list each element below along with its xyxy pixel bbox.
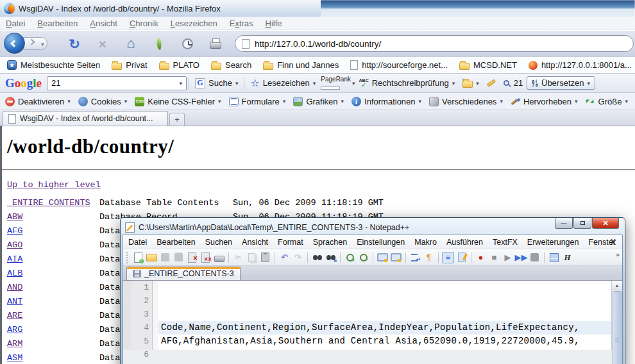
sync-scroll-h-icon[interactable] xyxy=(390,252,402,263)
close-all-icon[interactable] xyxy=(199,252,212,263)
notepadpp-menu-item[interactable]: TextFX xyxy=(493,238,518,247)
reload-button[interactable]: ↻ xyxy=(67,36,82,51)
save-all-icon[interactable] xyxy=(173,252,185,263)
indent-guide-icon[interactable]: ≡ xyxy=(442,252,454,263)
autofill-button[interactable]: ↑ ▾ xyxy=(459,78,483,89)
bookmark-item[interactable]: ★ Meistbesuchte Seiten xyxy=(4,59,103,71)
entry-link[interactable]: ABW xyxy=(7,210,99,224)
entry-link[interactable]: ARM xyxy=(7,337,99,351)
sync-scroll-v-icon[interactable] xyxy=(377,252,389,263)
devtoolbar-item[interactable]: Grafiken ▾ xyxy=(291,95,346,108)
textfx-h-icon[interactable]: H xyxy=(561,252,573,263)
firefox-menu-item[interactable]: Chronik xyxy=(130,19,158,28)
bookmark-item[interactable]: Privat xyxy=(108,59,150,71)
notepadpp-menu-item[interactable]: Sprachen xyxy=(313,238,348,247)
notepadpp-tab[interactable]: _ENTIRE_CONTENTS-3 xyxy=(126,267,241,280)
notepadpp-menu-item[interactable]: Einstellungen xyxy=(357,238,405,247)
entry-link[interactable]: AFG xyxy=(7,224,99,238)
spellcheck-button[interactable]: ABC✓ Rechtschreibprüfung ▾ xyxy=(355,77,459,90)
entry-link[interactable]: ALB xyxy=(7,267,99,281)
macro-record-icon[interactable]: ● xyxy=(475,252,487,263)
editor-text-area[interactable]: Code,Name,Continent,Region,SurfaceArea,I… xyxy=(158,281,611,350)
firefox-menu-item[interactable]: Lesezeichen xyxy=(171,19,217,28)
entry-link[interactable]: ARG xyxy=(7,323,99,337)
redo-icon[interactable]: ↷ xyxy=(292,252,304,263)
zoom-in-icon[interactable] xyxy=(344,252,356,263)
firefox-menu-item[interactable]: Hilfe xyxy=(266,19,282,28)
entry-link[interactable]: AND xyxy=(7,281,99,295)
notepadpp-menu-item[interactable]: Ausführen xyxy=(446,238,483,247)
highlighter-button[interactable] xyxy=(483,80,500,86)
notepadpp-editor[interactable]: 123456 Code,Name,Continent,Region,Surfac… xyxy=(123,281,622,350)
editor-line[interactable]: NLD,Netherlands,Europe,Western Europe,41… xyxy=(158,348,611,350)
close-button[interactable]: ✕ xyxy=(592,218,619,229)
firefox-menu-item[interactable]: Ansicht xyxy=(90,19,117,28)
entry-link[interactable]: AIA xyxy=(7,252,99,267)
history-dropdown-caret[interactable]: ▾ xyxy=(41,41,44,47)
notepadpp-menu-item[interactable]: Datei xyxy=(128,238,147,247)
editor-line[interactable]: AFG,Afghanistan,Asia,Southern and Centra… xyxy=(158,335,611,348)
bookmark-item[interactable]: http://sourceforge.net... xyxy=(347,59,451,71)
scroll-up-button[interactable]: ▲ xyxy=(612,281,622,290)
new-file-icon[interactable] xyxy=(132,252,144,263)
save-file-icon[interactable] xyxy=(159,252,171,263)
history-button[interactable] xyxy=(180,36,195,51)
entry-link[interactable]: ANT xyxy=(7,295,99,309)
zoom-out-icon[interactable] xyxy=(357,252,369,263)
sage-feed-button[interactable] xyxy=(151,36,167,51)
function-list-icon[interactable] xyxy=(455,252,468,263)
notepadpp-menu-close[interactable]: X xyxy=(611,238,616,247)
cut-icon[interactable]: ✂ xyxy=(232,252,244,263)
copy-icon[interactable] xyxy=(246,252,258,263)
macro-save-icon[interactable] xyxy=(529,252,541,263)
firefox-menu-item[interactable]: Extras xyxy=(230,19,253,28)
notepadpp-menu-item[interactable]: Format xyxy=(278,238,303,247)
devtoolbar-item[interactable]: CSS Keine CSS-Fehler ▾ xyxy=(132,95,223,108)
translate-button[interactable]: aí 7ä Übersetzen ▾ xyxy=(527,76,595,90)
paste-icon[interactable] xyxy=(259,252,271,263)
notepadpp-menu-item[interactable]: Makro xyxy=(414,238,437,247)
bookmark-item[interactable]: http://127.0.0.1:8001/a... xyxy=(525,59,635,71)
bookmark-item[interactable]: Search xyxy=(208,59,255,71)
vertical-scrollbar[interactable]: ▲ xyxy=(611,281,622,350)
google-search-value[interactable]: 21 xyxy=(51,78,60,88)
minimize-button[interactable]: — xyxy=(555,218,573,229)
devtoolbar-item[interactable]: Verschiedenes ▾ xyxy=(427,95,505,108)
macro-stop-icon[interactable]: ■ xyxy=(488,252,500,263)
up-to-higher-level-link[interactable]: Up to higher level xyxy=(7,180,101,190)
open-file-icon[interactable] xyxy=(146,252,158,263)
notepadpp-menu-item[interactable]: Erweiterungen xyxy=(527,238,579,247)
print-button[interactable] xyxy=(208,36,223,51)
home-button[interactable]: ⌂ xyxy=(123,36,139,51)
notepadpp-menu-item[interactable]: Bearbeiten xyxy=(157,238,195,247)
notepadpp-menu-item[interactable]: Suchen xyxy=(205,238,232,247)
devtoolbar-item[interactable]: ◤◢ Größe ▾ xyxy=(583,95,631,108)
url-text[interactable]: http://127.0.0.1/world-db/country/ xyxy=(255,39,381,49)
toolbar-overflow-chevron[interactable]: » xyxy=(616,251,620,258)
entry-link[interactable]: AGO xyxy=(7,238,99,252)
entry-link[interactable]: _ENTIRE_CONTENTS xyxy=(7,196,99,210)
firefox-menu-item[interactable]: Datei xyxy=(6,19,25,28)
editor-line[interactable]: Code,Name,Continent,Region,SurfaceArea,I… xyxy=(158,321,611,335)
find-icon[interactable] xyxy=(311,252,323,263)
devtoolbar-item[interactable]: Deaktivieren ▾ xyxy=(3,95,73,108)
entry-link[interactable]: ARE xyxy=(7,309,99,323)
google-bookmarks-button[interactable]: ☆ Lesezeichen ▾ xyxy=(246,77,319,90)
close-file-icon[interactable] xyxy=(186,252,198,263)
devtoolbar-item[interactable]: Hervorheben ▾ xyxy=(508,95,580,108)
search-dropdown-caret[interactable]: ▾ xyxy=(179,80,182,87)
macro-run-icon[interactable]: ▶▶ xyxy=(515,252,527,263)
bookmark-item[interactable]: Finn und Jannes xyxy=(260,59,342,71)
notepadpp-menu-item[interactable]: Ansicht xyxy=(242,238,268,247)
macro-play-icon[interactable]: ▶ xyxy=(502,252,514,263)
google-search-input[interactable]: 21 ▾ xyxy=(47,76,187,90)
firefox-menu-item[interactable]: Bearbeiten xyxy=(37,19,78,28)
print-file-icon[interactable] xyxy=(213,252,225,263)
word-wrap-icon[interactable] xyxy=(409,252,421,263)
google-search-button[interactable]: G Suche ▾ xyxy=(191,77,242,90)
devtoolbar-item[interactable]: Cookies ▾ xyxy=(76,95,130,108)
devtoolbar-item[interactable]: Formulare ▾ xyxy=(226,95,289,108)
scrollbar-thumb[interactable] xyxy=(613,291,622,364)
url-bar[interactable]: http://127.0.0.1/world-db/country/ xyxy=(235,35,634,52)
plugin-grid-icon[interactable] xyxy=(548,252,560,263)
